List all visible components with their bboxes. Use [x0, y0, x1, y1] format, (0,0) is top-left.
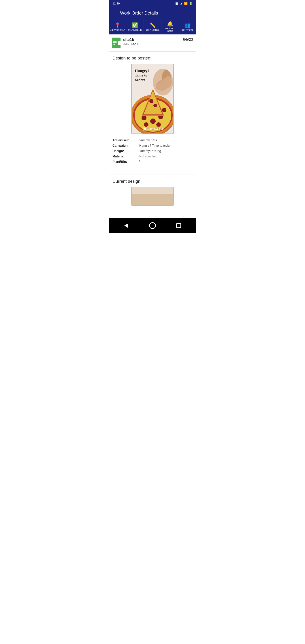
svg-rect-4 — [113, 44, 115, 45]
design-container: Hungry? Time to order! YummyEats — [112, 64, 192, 134]
work-order-icon — [112, 38, 120, 48]
design-headline-3: order! — [135, 78, 149, 82]
toolbar-edit-notes-label: EDIT NOTES — [146, 28, 159, 31]
svg-rect-1 — [113, 41, 116, 43]
toolbar-mark-done-label: MARK DONE — [128, 28, 142, 31]
pencil-icon: ✏️ — [150, 23, 156, 28]
svg-rect-29 — [132, 194, 174, 205]
material-value: Not specified. — [139, 154, 192, 158]
svg-rect-3 — [114, 43, 114, 44]
status-icons: 📋 ▲ 📶 🔋 — [175, 2, 192, 5]
design-section-title: Design to be posted: — [112, 56, 192, 60]
toolbar-report-issue[interactable]: 🔔 REPORT ISSUE — [162, 19, 179, 34]
work-order-date: 6/5/23 — [183, 38, 193, 42]
detail-row-design: Design: YummyEats.jpg — [112, 149, 192, 153]
svg-point-14 — [142, 116, 146, 120]
campaign-value: Hungry? Time to order! — [139, 144, 192, 147]
svg-rect-2 — [114, 41, 114, 42]
battery-icon: 🔋 — [189, 2, 192, 5]
current-design-svg — [132, 188, 174, 205]
svg-point-26 — [154, 104, 157, 107]
nav-home-button[interactable] — [148, 221, 157, 230]
brand-name: YummyEats — [148, 128, 163, 130]
detail-row-advertiser: Advertiser: Yummy Eats — [112, 138, 192, 142]
section-divider — [109, 174, 196, 174]
signal-icon: 📶 — [184, 2, 188, 5]
toolbar-view-on-map-label: VIEW ON MAP — [110, 28, 125, 31]
svg-point-18 — [144, 122, 148, 127]
toolbar-mark-done[interactable]: ✅ MARK DONE — [126, 19, 144, 34]
work-order-subtitle: #site1bFC11 — [123, 43, 193, 46]
toolbar-report-issue-label: REPORT ISSUE — [162, 27, 178, 32]
work-order-card: site1b 6/5/23 #site1bFC11 — [109, 34, 196, 52]
checkmark-icon: ✅ — [132, 23, 138, 28]
svg-point-25 — [149, 99, 154, 103]
back-button[interactable]: ← — [112, 10, 118, 16]
svg-point-17 — [162, 108, 166, 112]
contacts-people-icon: 👥 — [184, 23, 190, 28]
nav-home-icon — [149, 222, 156, 229]
design-value: YummyEats.jpg — [139, 149, 192, 153]
current-design-image — [132, 188, 174, 205]
advertiser-label: Advertiser: — [112, 138, 139, 142]
main-content: Design to be posted: — [109, 52, 196, 172]
design-frame: Hungry? Time to order! YummyEats — [131, 64, 174, 134]
design-image: Hungry? Time to order! YummyEats — [132, 64, 174, 134]
bottom-nav — [109, 218, 196, 233]
detail-row-material: Material: Not specified. — [112, 154, 192, 158]
nav-square-icon — [176, 223, 181, 228]
status-bar: 12:39 📋 ▲ 📶 🔋 — [109, 0, 196, 7]
toolbar-edit-notes[interactable]: ✏️ EDIT NOTES — [144, 19, 161, 34]
toolbar: 📍 VIEW ON MAP ✅ MARK DONE ✏️ EDIT NOTES … — [109, 19, 196, 34]
nav-recents-button[interactable] — [174, 221, 183, 230]
design-headline-2: Time to — [135, 73, 149, 78]
toolbar-view-on-map[interactable]: 📍 VIEW ON MAP — [109, 19, 126, 34]
material-label: Material: — [112, 154, 139, 158]
plantbin-label: Plant\Bin: — [112, 160, 139, 164]
design-headline-1: Hungry? — [135, 69, 149, 73]
work-order-title: site1b — [123, 38, 134, 42]
current-design-section: Current design: — [109, 179, 196, 214]
svg-point-15 — [150, 118, 156, 124]
clipboard-icon: 📋 — [175, 2, 178, 5]
work-order-top-row: site1b 6/5/23 — [123, 38, 193, 42]
map-pin-icon: 📍 — [114, 23, 120, 28]
toolbar-contacts[interactable]: 👥 CONTACTS — [179, 19, 196, 34]
advertiser-value: Yummy Eats — [139, 138, 192, 142]
detail-row-plantbin: Plant\Bin: \ — [112, 160, 192, 164]
toolbar-contacts-label: CONTACTS — [181, 28, 194, 31]
detail-row-campaign: Campaign: Hungry? Time to order! — [112, 144, 192, 147]
page-title: Work Order Details — [120, 10, 158, 16]
design-headline-text: Hungry? Time to order! — [135, 69, 149, 82]
campaign-label: Campaign: — [112, 144, 139, 147]
current-design-container — [112, 187, 192, 206]
design-brand-logo: YummyEats — [132, 127, 174, 131]
wifi-icon: ▲ — [180, 2, 183, 5]
status-time: 12:39 — [112, 2, 120, 5]
brand-icon — [143, 127, 146, 131]
current-design-frame — [131, 187, 174, 206]
nav-back-icon — [124, 223, 128, 228]
alert-bell-icon: 🔔 — [167, 22, 173, 26]
design-label: Design: — [112, 149, 139, 153]
svg-point-19 — [156, 122, 161, 127]
current-design-title: Current design: — [112, 179, 192, 184]
plantbin-value: \ — [139, 160, 192, 164]
work-order-info: site1b 6/5/23 #site1bFC11 — [123, 38, 193, 46]
header: ← Work Order Details — [109, 7, 196, 19]
nav-back-button[interactable] — [122, 221, 131, 230]
details-table: Advertiser: Yummy Eats Campaign: Hungry?… — [112, 138, 192, 164]
